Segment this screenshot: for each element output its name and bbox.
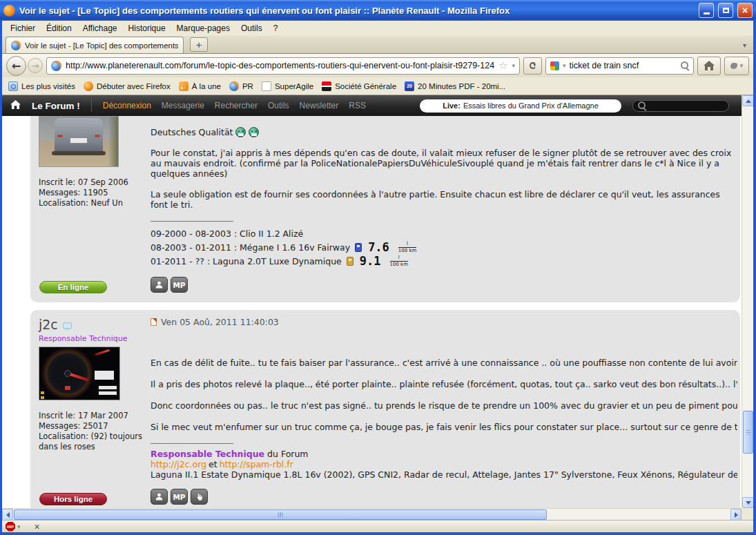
signature-car-line: 09-2000 - 08-2003 : Clio II 1.2 Alizé <box>151 226 737 240</box>
maximize-button[interactable] <box>718 3 733 18</box>
search-icon[interactable] <box>681 61 689 70</box>
private-message-button[interactable]: MP <box>171 277 188 293</box>
bookmark-star-icon[interactable]: ☆ <box>498 59 507 72</box>
bookmark-a-la-une[interactable]: À la une <box>177 80 223 93</box>
adblock-dropdown-icon[interactable]: ▾ <box>17 523 21 530</box>
bookmark-societe-generale[interactable]: Société Générale <box>320 80 398 93</box>
new-tab-button[interactable]: + <box>190 37 208 52</box>
messages-count: Messages: 11905 <box>39 188 144 198</box>
consumption-unit: l100 km <box>398 242 416 253</box>
bookmark-pr[interactable]: PR <box>227 80 255 93</box>
title-bar: Voir le sujet - [Le Topic] des comportem… <box>0 0 756 21</box>
back-button[interactable]: ← <box>6 56 26 76</box>
reload-button[interactable] <box>523 57 542 75</box>
signature-car-line: 08-2003 - 01-2011 : Mégane I 1.6 16v Fai… <box>151 240 737 254</box>
localisation: Localisation: Neuf Un <box>39 198 144 208</box>
post2-author-info: Inscrit le: 17 Mar 2007 Messages: 25017 … <box>39 411 144 452</box>
bookmark-les-plus-visites[interactable]: Les plus visités <box>6 80 77 93</box>
bookmark-superagile[interactable]: SuperAgile <box>260 80 316 93</box>
post2-rank: Responsable Technique <box>39 334 144 343</box>
scroll-right-button[interactable] <box>730 509 742 521</box>
forum-search-input[interactable] <box>632 100 729 112</box>
forum-nav-messagerie[interactable]: Messagerie <box>162 101 204 110</box>
link-spam-rbl[interactable]: http://spam-rbl.fr <box>220 459 293 469</box>
bookmark-debuter-firefox[interactable]: Débuter avec Firefox <box>81 80 173 93</box>
url-text[interactable]: http://www.planeterenault.com/forum/le-t… <box>66 61 494 70</box>
vertical-scrollbar[interactable] <box>742 95 753 508</box>
menu-affichage[interactable]: Affichage <box>77 21 123 35</box>
divider <box>91 99 92 112</box>
profile-button[interactable] <box>151 277 168 293</box>
forum-nav-newsletter[interactable]: Newsletter <box>300 101 339 110</box>
url-bar[interactable]: http://www.planeterenault.com/forum/le-t… <box>46 57 520 75</box>
signature-car-line: 01-2011 - ?? : Laguna 2.0T Luxe Dynamiqu… <box>151 254 737 268</box>
forum-brand[interactable]: Le Forum ! <box>32 101 80 111</box>
search-icon <box>638 101 646 110</box>
tab-strip: Voir le sujet - [Le Topic] des comportem… <box>2 36 753 54</box>
private-message-button[interactable]: MP <box>171 489 188 505</box>
post2-username[interactable]: j2c <box>39 317 144 332</box>
post2-paragraph: Donc coordonnées ou pas.. le truc n'est … <box>151 400 737 411</box>
localisation: Localisation: (92) toujours dans les ros… <box>39 431 144 452</box>
post2-sidebar: Inscrit le: 17 Mar 2007 Messages: 25017 … <box>39 347 144 508</box>
menu-edition[interactable]: Édition <box>41 21 77 35</box>
link-j2c[interactable]: http://j2c.org <box>151 459 206 469</box>
forum-nav-outils[interactable]: Outils <box>268 101 289 110</box>
menu-aide[interactable]: ? <box>268 21 284 35</box>
search-engine-dropdown-icon[interactable]: ▾ <box>563 62 566 69</box>
societe-generale-icon <box>322 81 331 91</box>
person-icon <box>155 280 164 289</box>
forward-button[interactable]: → <box>28 58 43 73</box>
signature-car-line: Laguna II.1 Estate Dynamique 1.8L 16v (2… <box>151 469 737 480</box>
scroll-left-button[interactable] <box>2 509 13 521</box>
grin-smiley-icon <box>249 127 259 137</box>
minimize-button[interactable] <box>699 3 714 18</box>
page-icon <box>262 81 271 91</box>
post1-avatar-car-image <box>39 116 119 167</box>
status-badge-offline: Hors ligne <box>39 493 107 505</box>
speech-bubble-icon <box>63 322 72 329</box>
scroll-up-button[interactable] <box>742 95 754 106</box>
fuel-pump-icon <box>355 243 362 252</box>
menu-historique[interactable]: Historique <box>123 21 171 35</box>
menu-fichier[interactable]: Fichier <box>5 21 41 35</box>
post1-paragraph: Pour le constat, j'ai appris à mes dépen… <box>151 148 737 179</box>
search-bar[interactable]: ▾ ticket de train sncf <box>545 57 694 75</box>
forum-home-icon[interactable] <box>10 99 21 112</box>
forum-nav-rechercher[interactable]: Rechercher <box>215 101 258 110</box>
home-button[interactable] <box>697 57 721 75</box>
live-text: Essais libres du Grand Prix d'Allemagne <box>463 101 599 110</box>
extension-button[interactable]: ▾ <box>724 57 749 75</box>
forum-post-2: j2c Responsable Technique Ven 05 Aoû, 20… <box>30 310 740 508</box>
profile-button[interactable] <box>151 489 168 505</box>
post2-avatar-tachometer-image <box>39 347 120 400</box>
tab-active[interactable]: Voir le sujet - [Le Topic] des comportem… <box>6 37 184 53</box>
search-input[interactable]: ticket de train sncf <box>570 61 677 70</box>
urlbar-dropdown-icon[interactable]: ▾ <box>512 62 515 69</box>
website-button[interactable] <box>191 489 208 505</box>
addon-bar-close-icon[interactable]: × <box>35 522 40 532</box>
menu-marque-pages[interactable]: Marque-pages <box>171 21 235 35</box>
menu-bar: Fichier Édition Affichage Historique Mar… <box>2 21 753 36</box>
forum-nav-rss[interactable]: RSS <box>349 101 366 110</box>
adblock-plus-button[interactable]: ▾ <box>6 522 21 532</box>
menu-outils[interactable]: Outils <box>235 21 268 35</box>
horizontal-scrollbar-thumb[interactable] <box>14 509 547 520</box>
extension-dropdown-icon[interactable]: ▾ <box>740 62 744 69</box>
signature-separator <box>151 443 233 444</box>
list-all-tabs-button[interactable]: ▾ <box>740 40 749 50</box>
close-button[interactable]: × <box>737 3 753 18</box>
horizontal-scrollbar[interactable] <box>2 508 742 520</box>
vertical-scrollbar-thumb[interactable] <box>743 411 753 454</box>
bookmark-20minutes[interactable]: 20 Minutes PDF - 20mi... <box>403 80 507 93</box>
forum-header: Le Forum ! Déconnexion Messagerie Recher… <box>2 95 742 116</box>
live-ticker[interactable]: Live: Essais libres du Grand Prix d'Alle… <box>420 99 621 113</box>
forum-nav-deconnexion[interactable]: Déconnexion <box>103 101 151 110</box>
scroll-down-button[interactable] <box>742 497 754 508</box>
firefox-icon <box>84 81 93 91</box>
tab-title: Voir le sujet - [Le Topic] des comportem… <box>25 41 178 50</box>
home-icon <box>704 61 715 70</box>
site-favicon <box>11 41 21 50</box>
fuel-consumption: 9.1 <box>360 254 381 268</box>
signature-separator <box>151 221 233 222</box>
